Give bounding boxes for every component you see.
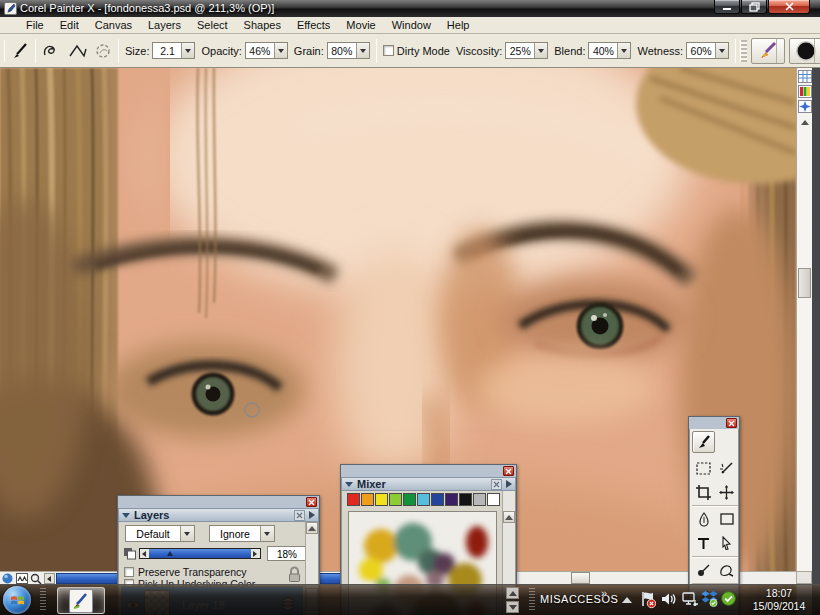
wetness-dropdown-icon[interactable] (715, 43, 728, 58)
grid-overlay-icon[interactable] (798, 70, 812, 83)
zoom-tool-icon[interactable] (30, 573, 42, 584)
menu-edit[interactable]: Edit (52, 17, 87, 34)
dodge-tool-button[interactable] (715, 559, 738, 581)
layers-scroll-up-icon[interactable] (306, 522, 318, 534)
mixer-swatch[interactable] (417, 493, 430, 506)
mixer-swatch[interactable] (431, 493, 444, 506)
composite-depth-dropdown-icon[interactable] (260, 526, 274, 541)
painter-taskbar-button[interactable] (57, 587, 105, 614)
grain-dropdown-icon[interactable] (356, 43, 369, 58)
menu-canvas[interactable]: Canvas (87, 17, 140, 34)
mixer-swatch[interactable] (445, 493, 458, 506)
mixer-palette-titlebar[interactable] (341, 465, 516, 477)
slider-fill[interactable] (149, 549, 251, 558)
brush-selector-grip[interactable] (740, 40, 747, 62)
toolbox-close-icon[interactable] (726, 418, 737, 428)
mixer-palette-header[interactable]: Mixer (341, 477, 516, 491)
page-view-icon[interactable] (16, 573, 28, 584)
dab-ghost-icon[interactable] (94, 41, 112, 61)
mixer-scroll-up-icon[interactable] (503, 511, 515, 523)
blend-dropdown-icon[interactable] (617, 43, 630, 58)
menu-movie[interactable]: Movie (338, 17, 383, 34)
slider-right-arrow-icon[interactable] (251, 549, 260, 558)
brush-category-button[interactable] (751, 38, 785, 64)
show-hidden-icons-button[interactable] (622, 597, 632, 603)
horizontal-scroll-thumb[interactable] (571, 572, 590, 584)
vertical-scroll-thumb[interactable] (798, 268, 811, 298)
taskbar-grip[interactable] (40, 588, 46, 612)
burn-tool-button[interactable] (692, 559, 715, 581)
wetness-input[interactable]: 60% (686, 42, 729, 59)
property-bar-grip[interactable] (4, 40, 5, 62)
volume-icon[interactable] (661, 591, 677, 609)
layer-opacity-slider[interactable] (139, 548, 261, 559)
mixer-scroll-up-ghost-icon[interactable] (506, 587, 519, 599)
scroll-up-icon[interactable] (801, 120, 809, 125)
mixer-swatch[interactable] (473, 493, 486, 506)
mixer-swatch[interactable] (403, 493, 416, 506)
layer-opacity-value[interactable]: 18% (267, 546, 307, 561)
dirty-mode-checkbox[interactable] (383, 45, 394, 56)
rect-shape-tool-button[interactable] (715, 508, 738, 530)
size-dropdown-icon[interactable] (181, 43, 194, 58)
menu-file[interactable]: File (18, 17, 52, 34)
layers-header-flyout-icon[interactable] (309, 511, 315, 519)
menu-shapes[interactable]: Shapes (236, 17, 289, 34)
layers-palette-close-icon[interactable] (306, 497, 317, 507)
sync-status-icon[interactable] (721, 591, 736, 608)
brush-category-dropdown-icon[interactable] (776, 39, 784, 63)
viscosity-input[interactable]: 25% (505, 42, 548, 59)
mixer-scroll-down-ghost-icon[interactable] (506, 601, 519, 613)
mixer-header-flyout-icon[interactable] (506, 480, 512, 488)
freehand-strokes-icon[interactable] (42, 41, 62, 61)
close-button[interactable] (768, 0, 810, 14)
composite-method-select[interactable]: Default (125, 525, 195, 542)
brush-dab-dropdown-icon[interactable] (814, 39, 820, 63)
brush-tool-button[interactable] (692, 431, 715, 453)
lock-layer-icon[interactable] (287, 566, 302, 585)
menu-select[interactable]: Select (189, 17, 236, 34)
viscosity-dropdown-icon[interactable] (534, 43, 547, 58)
mixer-swatch[interactable] (459, 493, 472, 506)
layers-palette-titlebar[interactable] (118, 496, 319, 508)
dropbox-icon[interactable] (701, 590, 718, 609)
start-button[interactable] (3, 586, 31, 614)
mixer-swatch[interactable] (375, 493, 388, 506)
grain-input[interactable]: 80% (327, 42, 370, 59)
mixer-header-close-icon[interactable] (491, 479, 502, 490)
menu-help[interactable]: Help (439, 17, 478, 34)
crop-tool-button[interactable] (692, 481, 715, 503)
slider-left-arrow-icon[interactable] (140, 549, 149, 558)
color-management-icon[interactable] (798, 85, 812, 98)
taskbar-clock[interactable]: 18:07 15/09/2014 (742, 587, 816, 613)
toolbox-titlebar[interactable] (689, 417, 739, 429)
opacity-dropdown-icon[interactable] (274, 43, 287, 58)
layers-palette-header[interactable]: Layers (118, 508, 319, 522)
shape-selection-tool-button[interactable] (715, 532, 738, 554)
preserve-transparency-checkbox[interactable] (124, 567, 134, 577)
restore-button[interactable] (741, 0, 767, 14)
minimize-button[interactable] (714, 0, 740, 14)
text-tool-button[interactable] (692, 532, 715, 554)
collapse-icon[interactable] (122, 513, 130, 518)
brush-dab-button[interactable] (789, 38, 820, 64)
mixer-palette-close-icon[interactable] (503, 466, 514, 476)
rect-selection-tool-button[interactable] (692, 457, 715, 479)
layer-adjuster-tool-button[interactable] (715, 481, 738, 503)
mixer-swatch[interactable] (487, 493, 500, 506)
menu-window[interactable]: Window (384, 17, 439, 34)
action-center-icon[interactable] (640, 591, 656, 611)
drawer-sphere-icon[interactable] (2, 573, 14, 584)
composite-depth-select[interactable]: Ignore (209, 525, 275, 542)
collapse-icon[interactable] (345, 482, 353, 487)
scroll-left-button[interactable] (44, 573, 55, 584)
mixer-swatch[interactable] (361, 493, 374, 506)
menu-effects[interactable]: Effects (289, 17, 338, 34)
opacity-input[interactable]: 46% (245, 42, 288, 59)
blend-input[interactable]: 40% (588, 42, 631, 59)
composite-method-dropdown-icon[interactable] (180, 526, 194, 541)
menu-layers[interactable]: Layers (140, 17, 189, 34)
tracing-paper-icon[interactable] (798, 100, 812, 113)
straight-line-strokes-icon[interactable] (68, 41, 88, 61)
mixer-swatch[interactable] (389, 493, 402, 506)
